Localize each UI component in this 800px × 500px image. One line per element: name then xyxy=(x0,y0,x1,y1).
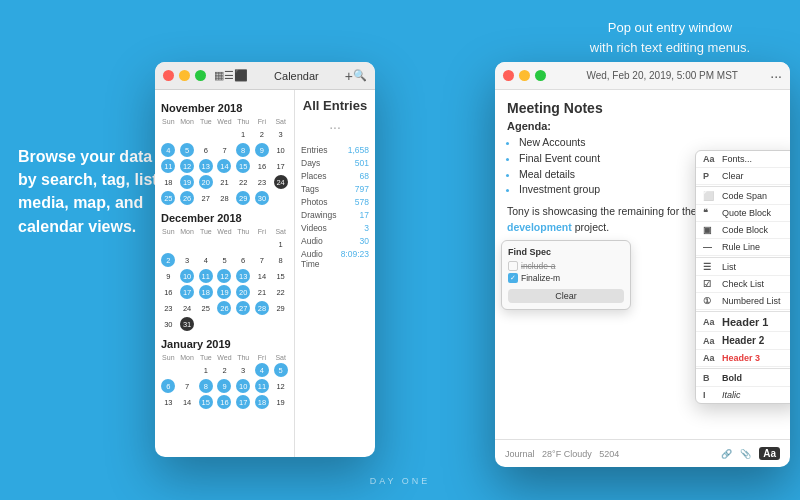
calendar-day[interactable]: 20 xyxy=(236,285,250,299)
notes-fullscreen-button[interactable] xyxy=(535,70,546,81)
calendar-day[interactable]: 29 xyxy=(236,191,250,205)
calendar-day[interactable]: 12 xyxy=(274,379,288,393)
calendar-day[interactable]: 31 xyxy=(180,317,194,331)
calendar-day[interactable]: 21 xyxy=(217,175,231,189)
calendar-day[interactable]: 14 xyxy=(255,269,269,283)
calendar-day[interactable]: 13 xyxy=(161,395,175,409)
richtext-menu-item[interactable]: ☰List xyxy=(696,259,790,276)
richtext-menu-item[interactable]: ⬜Code Span xyxy=(696,188,790,205)
calendar-day[interactable]: 2 xyxy=(255,127,269,141)
notes-close-button[interactable] xyxy=(503,70,514,81)
richtext-menu-item[interactable]: ❝Quote Block xyxy=(696,205,790,222)
attachment-icon[interactable]: 📎 xyxy=(740,449,751,459)
calendar-day[interactable]: 13 xyxy=(199,159,213,173)
calendar-day[interactable]: 9 xyxy=(255,143,269,157)
calendar-day[interactable]: 14 xyxy=(180,395,194,409)
calendar-day[interactable]: 18 xyxy=(199,285,213,299)
calendar-day[interactable]: 1 xyxy=(199,363,213,377)
calendar-day[interactable]: 16 xyxy=(255,159,269,173)
calendar-day[interactable]: 13 xyxy=(236,269,250,283)
find-item-1[interactable]: include-a xyxy=(508,261,624,271)
calendar-day[interactable]: 23 xyxy=(161,301,175,315)
calendar-day[interactable]: 25 xyxy=(161,191,175,205)
richtext-menu-item[interactable]: AaHeader 1 xyxy=(696,313,790,332)
calendar-day[interactable]: 5 xyxy=(180,143,194,157)
calendar-day[interactable]: 8 xyxy=(236,143,250,157)
calendar-day[interactable]: 22 xyxy=(274,285,288,299)
calendar-day[interactable]: 22 xyxy=(236,175,250,189)
calendar-day[interactable]: 14 xyxy=(217,159,231,173)
calendar-day[interactable]: 18 xyxy=(255,395,269,409)
notes-more-button[interactable]: ··· xyxy=(770,68,782,84)
close-button[interactable] xyxy=(163,70,174,81)
calendar-day[interactable]: 28 xyxy=(217,191,231,205)
calendar-day[interactable]: 19 xyxy=(217,285,231,299)
calendar-day[interactable]: 1 xyxy=(274,237,288,251)
calendar-day[interactable]: 4 xyxy=(255,363,269,377)
calendar-add-button[interactable]: + xyxy=(345,68,353,84)
notes-minimize-button[interactable] xyxy=(519,70,530,81)
calendar-day[interactable]: 5 xyxy=(217,253,231,267)
calendar-day[interactable]: 3 xyxy=(180,253,194,267)
calendar-day[interactable]: 17 xyxy=(180,285,194,299)
calendar-day[interactable]: 30 xyxy=(255,191,269,205)
calendar-day[interactable]: 19 xyxy=(180,175,194,189)
fullscreen-button[interactable] xyxy=(195,70,206,81)
richtext-menu-item[interactable]: PClear xyxy=(696,168,790,185)
calendar-day[interactable]: 4 xyxy=(199,253,213,267)
calendar-day[interactable]: 25 xyxy=(199,301,213,315)
calendar-day[interactable]: 12 xyxy=(180,159,194,173)
calendar-day[interactable]: 10 xyxy=(236,379,250,393)
calendar-day[interactable]: 17 xyxy=(236,395,250,409)
calendar-day[interactable]: 11 xyxy=(199,269,213,283)
calendar-day[interactable]: 30 xyxy=(161,317,175,331)
calendar-day[interactable]: 24 xyxy=(180,301,194,315)
calendar-day[interactable]: 15 xyxy=(199,395,213,409)
calendar-day[interactable]: 16 xyxy=(217,395,231,409)
calendar-day[interactable]: 6 xyxy=(161,379,175,393)
calendar-day[interactable]: 18 xyxy=(161,175,175,189)
calendar-day[interactable]: 12 xyxy=(217,269,231,283)
richtext-menu-item[interactable]: BBold xyxy=(696,370,790,387)
calendar-day[interactable]: 9 xyxy=(217,379,231,393)
calendar-day[interactable]: 10 xyxy=(180,269,194,283)
calendar-day[interactable]: 17 xyxy=(274,159,288,173)
calendar-day[interactable]: 4 xyxy=(161,143,175,157)
richtext-menu-item[interactable]: AaFonts... xyxy=(696,151,790,168)
calendar-day[interactable]: 8 xyxy=(274,253,288,267)
find-checkbox-1[interactable] xyxy=(508,261,518,271)
calendar-day[interactable]: 3 xyxy=(274,127,288,141)
find-item-2[interactable]: ✓ Finalize-m xyxy=(508,273,624,283)
calendar-day[interactable]: 26 xyxy=(180,191,194,205)
minimize-button[interactable] xyxy=(179,70,190,81)
calendar-day[interactable]: 6 xyxy=(199,143,213,157)
richtext-menu-item[interactable]: ☑Check List xyxy=(696,276,790,293)
calendar-day[interactable]: 10 xyxy=(274,143,288,157)
calendar-day[interactable]: 28 xyxy=(255,301,269,315)
calendar-day[interactable]: 11 xyxy=(161,159,175,173)
richtext-menu-item[interactable]: AaHeader 3 xyxy=(696,350,790,367)
richtext-menu-item[interactable]: AaHeader 2 xyxy=(696,332,790,350)
richtext-menu-item[interactable]: ▣Code Block xyxy=(696,222,790,239)
calendar-day[interactable]: 9 xyxy=(161,269,175,283)
calendar-day[interactable]: 7 xyxy=(255,253,269,267)
calendar-day[interactable]: 26 xyxy=(217,301,231,315)
calendar-day[interactable]: 8 xyxy=(199,379,213,393)
find-checkbox-2[interactable]: ✓ xyxy=(508,273,518,283)
font-size-button[interactable]: Aa xyxy=(759,447,780,460)
richtext-menu-item[interactable]: —Rule Line xyxy=(696,239,790,256)
paperclip-icon[interactable]: 🔗 xyxy=(721,449,732,459)
find-clear-button[interactable]: Clear xyxy=(508,289,624,303)
calendar-day[interactable]: 5 xyxy=(274,363,288,377)
calendar-day[interactable]: 29 xyxy=(274,301,288,315)
calendar-day[interactable]: 11 xyxy=(255,379,269,393)
richtext-menu-item[interactable]: ①Numbered List xyxy=(696,293,790,310)
richtext-menu-item[interactable]: IItalic xyxy=(696,387,790,403)
notes-body[interactable]: Meeting Notes Agenda: New AccountsFinal … xyxy=(495,90,790,439)
calendar-day[interactable]: 15 xyxy=(236,159,250,173)
calendar-day[interactable]: 27 xyxy=(199,191,213,205)
calendar-day[interactable]: 6 xyxy=(236,253,250,267)
calendar-day[interactable]: 21 xyxy=(255,285,269,299)
calendar-day[interactable]: 19 xyxy=(274,395,288,409)
calendar-day[interactable]: 1 xyxy=(236,127,250,141)
